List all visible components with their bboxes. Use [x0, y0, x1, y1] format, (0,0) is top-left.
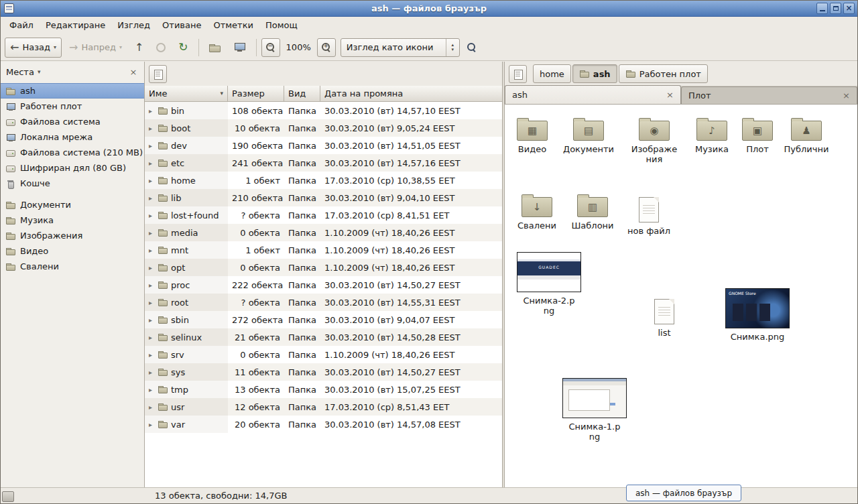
table-row[interactable]: ▸ lost+found ? обекта Папка 17.03.2010 (… — [145, 206, 502, 224]
sidebar-bookmark-item[interactable]: Свалени — [1, 259, 144, 274]
sidebar-title[interactable]: Места — [6, 67, 34, 77]
icon-view-item[interactable]: Документи — [563, 114, 614, 154]
table-row[interactable]: ▸ var 20 обекта Папка 30.03.2010 (вт) 14… — [145, 416, 502, 433]
expander-icon[interactable]: ▸ — [149, 351, 155, 359]
icon-view-item[interactable]: Плот — [732, 114, 783, 154]
chevron-down-icon[interactable]: ▾ — [38, 68, 41, 75]
table-row[interactable]: ▸ usr 12 обекта Папка 17.03.2010 (ср) 8,… — [145, 398, 502, 416]
menu-item[interactable]: Файл — [3, 17, 40, 34]
icon-view-item[interactable]: Музика — [686, 114, 737, 154]
expander-icon[interactable]: ▸ — [149, 194, 155, 202]
table-row[interactable]: ▸ root ? обекта Папка 30.03.2010 (вт) 14… — [145, 294, 502, 311]
expander-icon[interactable]: ▸ — [149, 212, 155, 219]
sidebar-place-item[interactable]: Локална мрежа — [1, 129, 144, 145]
tab-close-icon[interactable]: × — [666, 90, 674, 100]
table-row[interactable]: ▸ tmp 13 обекта Папка 30.03.2010 (вт) 15… — [145, 381, 502, 398]
sidebar-place-item[interactable]: ash — [1, 83, 144, 99]
sidebar-place-item[interactable]: Работен плот — [1, 99, 144, 114]
icon-view-item[interactable]: GNOME Store Снимка.png — [723, 288, 792, 342]
expander-icon[interactable]: ▸ — [149, 264, 155, 271]
computer-button[interactable] — [229, 38, 251, 58]
reload-button[interactable]: ↻ — [173, 38, 193, 58]
sidebar-bookmark-item[interactable]: Документи — [1, 197, 144, 212]
location-toggle-button[interactable] — [149, 65, 167, 83]
titlebar[interactable]: ash — файлов браузър × — [1, 1, 857, 17]
expander-icon[interactable]: ▸ — [149, 403, 155, 411]
breadcrumb-button[interactable]: ash — [572, 64, 617, 83]
table-row[interactable]: ▸ bin 108 обекта Папка 30.03.2010 (вт) 1… — [145, 102, 502, 119]
maximize-button[interactable] — [830, 3, 841, 14]
icon-view-item[interactable]: list — [639, 298, 690, 338]
table-row[interactable]: ▸ boot 10 обекта Папка 30.03.2010 (вт) 9… — [145, 119, 502, 137]
combo-spin-icon[interactable]: ▴▾ — [446, 39, 459, 56]
zoom-out-button[interactable]: − — [261, 38, 280, 57]
icon-view-item[interactable]: Снимка-1.png — [560, 378, 629, 442]
expander-icon[interactable]: ▸ — [149, 421, 155, 428]
stop-button[interactable] — [151, 38, 171, 58]
menu-item[interactable]: Изглед — [111, 17, 156, 34]
table-row[interactable]: ▸ dev 190 обекта Папка 30.03.2010 (вт) 1… — [145, 137, 502, 154]
expander-icon[interactable]: ▸ — [149, 369, 155, 376]
breadcrumb-button[interactable]: home — [533, 64, 571, 83]
sidebar-bookmark-item[interactable]: Изображения — [1, 228, 144, 243]
icon-view-item[interactable]: Изображения — [629, 114, 680, 164]
column-header-name[interactable]: Име ▾ — [145, 86, 228, 102]
expander-icon[interactable]: ▸ — [149, 299, 155, 306]
tab-close-icon[interactable]: × — [843, 90, 850, 101]
search-button[interactable] — [462, 38, 483, 58]
icon-view-item[interactable]: Публични — [781, 114, 832, 154]
expander-icon[interactable]: ▸ — [149, 177, 155, 184]
table-row[interactable]: ▸ mnt 1 обект Папка 1.10.2009 (чт) 18,40… — [145, 241, 502, 259]
home-button[interactable] — [204, 38, 227, 58]
column-header-type[interactable]: Вид — [284, 86, 320, 102]
up-button[interactable]: ↑ — [129, 38, 149, 58]
table-row[interactable]: ▸ sbin 272 обекта Папка 30.03.2010 (вт) … — [145, 311, 502, 328]
expander-icon[interactable]: ▸ — [149, 107, 155, 115]
table-row[interactable]: ▸ srv 0 обекта Папка 1.10.2009 (чт) 18,4… — [145, 346, 502, 363]
expander-icon[interactable]: ▸ — [149, 247, 155, 254]
table-row[interactable]: ▸ sys 11 обекта Папка 30.03.2010 (вт) 14… — [145, 363, 502, 381]
icon-view-item[interactable]: GUADEC Снимка-2.png — [514, 252, 584, 316]
tab[interactable]: ash × — [505, 85, 681, 104]
table-row[interactable]: ▸ lib 210 обекта Папка 30.03.2010 (вт) 9… — [145, 189, 502, 206]
close-button[interactable]: × — [843, 3, 855, 14]
sidebar-place-item[interactable]: Кошче — [1, 176, 144, 191]
breadcrumb-button[interactable]: Работен плот — [619, 64, 708, 83]
icon-view-item[interactable]: Свалени — [511, 190, 562, 231]
expander-icon[interactable]: ▸ — [149, 125, 155, 132]
menu-item[interactable]: Редактиране — [40, 17, 111, 34]
expander-icon[interactable]: ▸ — [149, 160, 155, 167]
back-dropdown-icon[interactable]: ▾ — [54, 44, 56, 50]
sidebar-place-item[interactable]: Файлова система (210 MB) — [1, 145, 144, 160]
table-row[interactable]: ▸ etc 241 обекта Папка 30.03.2010 (вт) 1… — [145, 154, 502, 172]
back-button[interactable]: ← Назад ▾ — [5, 38, 62, 58]
expander-icon[interactable]: ▸ — [149, 386, 155, 393]
menu-item[interactable]: Помощ — [259, 17, 304, 34]
table-row[interactable]: ▸ proc 222 обекта Папка 30.03.2010 (вт) … — [145, 276, 502, 294]
expander-icon[interactable]: ▸ — [149, 142, 155, 149]
minimize-button[interactable] — [816, 3, 828, 14]
expander-icon[interactable]: ▸ — [149, 316, 155, 324]
icon-view-item[interactable]: Видео — [507, 114, 558, 154]
table-row[interactable]: ▸ opt 0 обекта Папка 1.10.2009 (чт) 18,4… — [145, 259, 502, 276]
icon-view-item[interactable]: Шаблони — [567, 190, 618, 231]
table-row[interactable]: ▸ selinux 21 обекта Папка 30.03.2010 (вт… — [145, 328, 502, 346]
column-header-size[interactable]: Размер — [228, 86, 284, 102]
sidebar-place-item[interactable]: Файлова система — [1, 114, 144, 129]
table-row[interactable]: ▸ home 1 обект Папка 17.03.2010 (ср) 10,… — [145, 172, 502, 189]
zoom-in-button[interactable]: + — [317, 38, 336, 57]
icon-view-item[interactable]: нов файл — [623, 196, 674, 236]
expander-icon[interactable]: ▸ — [149, 334, 155, 341]
panel-applet-icon[interactable] — [2, 491, 14, 502]
table-row[interactable]: ▸ media 0 обекта Папка 1.10.2009 (чт) 18… — [145, 224, 502, 241]
expander-icon[interactable]: ▸ — [149, 229, 155, 237]
menu-item[interactable]: Отметки — [207, 17, 259, 34]
sidebar-close-icon[interactable]: × — [128, 67, 139, 77]
location-toggle-button[interactable] — [509, 65, 527, 83]
sidebar-place-item[interactable]: Шифриран дял (80 GB) — [1, 160, 144, 176]
sidebar-bookmark-item[interactable]: Видео — [1, 243, 144, 259]
view-mode-select[interactable]: Изглед като икони ▴▾ — [341, 38, 460, 57]
expander-icon[interactable]: ▸ — [149, 281, 155, 289]
column-header-modified[interactable]: Дата на промяна — [320, 86, 502, 102]
tab[interactable]: Плот × — [681, 86, 857, 104]
